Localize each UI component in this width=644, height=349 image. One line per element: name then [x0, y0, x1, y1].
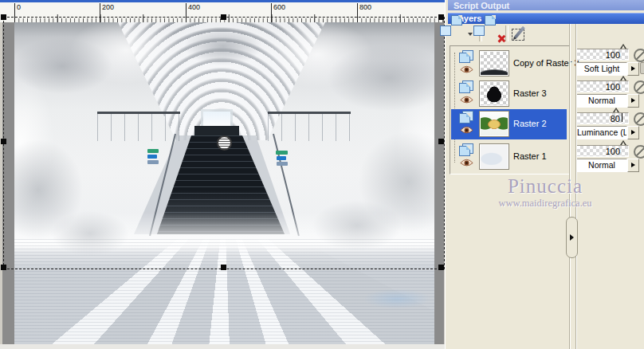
- layer-name: Raster 1: [513, 151, 547, 161]
- blend-mode-select[interactable]: Normal: [576, 94, 627, 108]
- selection-handle-middle-left[interactable]: [1, 139, 6, 144]
- panel-collapse-handle[interactable]: [566, 217, 578, 258]
- edit-selection-button[interactable]: [511, 25, 532, 43]
- blend-mode-arrow-button[interactable]: [627, 94, 639, 108]
- opacity-slider-thumb-icon[interactable]: [613, 108, 619, 112]
- wall-sign-graphic: [277, 162, 288, 166]
- layer-visibility-eye-icon[interactable]: [460, 65, 473, 74]
- wall-sign-graphic: [147, 149, 159, 153]
- raster-layer-icon: [459, 50, 473, 63]
- watermark-name: Pinuccia: [469, 175, 621, 198]
- opacity-slider-thumb-icon[interactable]: [620, 44, 626, 49]
- layer-list: Copy of Raster 3 Raster 3 Raster 2 Raste…: [450, 45, 570, 174]
- panel-divider[interactable]: [575, 24, 576, 349]
- layer-link-button[interactable]: [640, 62, 644, 74]
- layers-palette-titlebar[interactable]: Layers: [448, 13, 644, 24]
- raster-layer-icon: [459, 80, 473, 93]
- layer-thumbnail[interactable]: [480, 81, 509, 106]
- stair-landing-graphic: [194, 126, 239, 137]
- ruler-tick-label: 600: [271, 3, 285, 22]
- layer-row-raster-3[interactable]: Raster 3: [451, 79, 567, 108]
- selection-handle-middle-right[interactable]: [438, 139, 444, 144]
- paved-floor-graphic: [14, 239, 434, 349]
- layer-visibility-eye-icon[interactable]: [460, 126, 473, 135]
- layer-name: Raster 2: [513, 119, 547, 128]
- selection-handle-bottom-left[interactable]: [1, 265, 6, 270]
- selection-handle-bottom-right[interactable]: [438, 265, 444, 270]
- palettes-panel: Script Output Layers: [445, 0, 644, 349]
- selection-handle-top-right[interactable]: [438, 14, 444, 20]
- canvas-margin-right: [434, 22, 444, 344]
- window-bottom-edge: [0, 344, 445, 349]
- layer-thumbnail[interactable]: [480, 144, 509, 169]
- panel-divider[interactable]: [569, 24, 570, 349]
- layer-thumbnail[interactable]: [480, 112, 509, 136]
- script-output-titlebar[interactable]: Script Output: [448, 0, 644, 10]
- ruler-tick-label: 800: [357, 3, 371, 22]
- wall-sign-graphic: [277, 156, 286, 160]
- blend-mode-select[interactable]: Normal: [576, 159, 627, 172]
- blend-mode-select[interactable]: Luminance (L): [576, 126, 627, 139]
- ruler-tick-label: 0: [14, 3, 21, 22]
- opacity-slider-thumb-icon[interactable]: [620, 76, 626, 80]
- blend-mode-select[interactable]: Soft Light: [576, 62, 627, 76]
- canvas-workspace: 0 200 400 600 800: [0, 0, 445, 349]
- wall-sign-graphic: [147, 155, 157, 159]
- layer-visibility-eye-icon[interactable]: [460, 96, 473, 104]
- raster-layer-icon: [459, 143, 473, 156]
- blend-mode-arrow-button[interactable]: [627, 62, 639, 76]
- watermark: Pinuccia www.maidiregrafica.eu: [469, 175, 621, 210]
- blend-mode-arrow-button[interactable]: [627, 159, 639, 172]
- opacity-field[interactable]: 100: [576, 49, 629, 61]
- opacity-slider-thumb-icon[interactable]: [620, 140, 626, 145]
- layer-link-toggle-icon[interactable]: [634, 80, 644, 94]
- new-layer-button[interactable]: [451, 25, 472, 43]
- glass-balustrade-left-graphic: [97, 112, 180, 141]
- script-output-title: Script Output: [454, 1, 509, 10]
- canvas-margin-left: [2, 22, 14, 344]
- layers-toolbar: [448, 24, 644, 45]
- app-window: 0 200 400 600 800: [0, 0, 644, 349]
- wall-sign-graphic: [276, 151, 288, 155]
- selection-handle-top-middle[interactable]: [221, 14, 226, 20]
- selection-rotation-pivot[interactable]: [217, 135, 232, 151]
- glass-balustrade-right-graphic: [268, 112, 351, 141]
- opacity-field[interactable]: 100: [576, 145, 629, 157]
- text-cursor: [622, 113, 622, 122]
- delete-layer-button[interactable]: [485, 25, 505, 43]
- layer-row-raster-1[interactable]: Raster 1: [451, 142, 567, 171]
- selection-handle-top-left[interactable]: [1, 14, 6, 20]
- image-canvas[interactable]: [14, 22, 434, 349]
- opacity-field[interactable]: 100: [576, 80, 629, 92]
- layer-visibility-eye-icon[interactable]: [460, 159, 473, 167]
- layer-link-toggle-icon[interactable]: [634, 145, 644, 159]
- raster-layer-icon: [459, 111, 473, 124]
- ruler-tick-label: 400: [186, 3, 200, 22]
- red-x-icon: [497, 34, 505, 43]
- layer-row-copy-of-raster-3[interactable]: Copy of Raster 3: [451, 49, 567, 77]
- toolbar-separator: [505, 25, 509, 41]
- layer-link-toggle-icon[interactable]: [634, 49, 644, 62]
- watermark-url: www.maidiregrafica.eu: [469, 198, 621, 210]
- ruler-tick-label: 200: [100, 3, 114, 22]
- blend-mode-arrow-button[interactable]: [627, 126, 639, 139]
- layer-name: Raster 3: [513, 88, 547, 98]
- layer-row-raster-2-selected[interactable]: Raster 2: [451, 109, 567, 139]
- layer-thumbnail[interactable]: [480, 51, 509, 76]
- layer-link-toggle-icon[interactable]: [634, 112, 644, 126]
- chevron-down-icon: [468, 33, 473, 36]
- wall-sign-graphic: [147, 160, 159, 164]
- selection-handle-bottom-middle[interactable]: [221, 265, 226, 270]
- horizontal-ruler[interactable]: 0 200 400 600 800: [0, 2, 445, 23]
